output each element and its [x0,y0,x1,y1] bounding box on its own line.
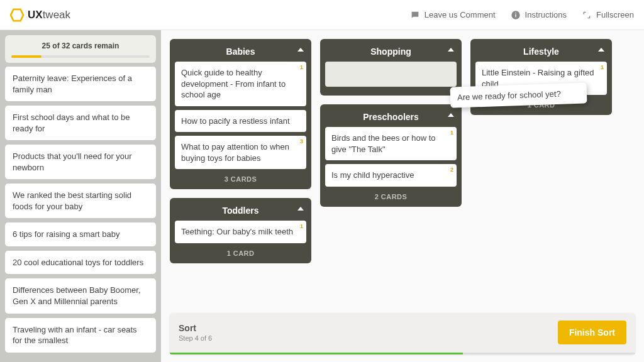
card-badge: 3 [300,138,303,145]
step-footer: Sort Step 4 of 6 Finish Sort [170,313,635,354]
sorted-card[interactable]: Birds and the bees or how to give "The T… [325,127,457,160]
leave-comment-button[interactable]: Leave us Comment [410,10,496,20]
svg-rect-2 [515,14,516,17]
unsorted-card[interactable]: Paternity leave: Experiences of a family… [5,67,156,101]
card-deck-sidebar: 25 of 32 cards remain Paternity leave: E… [0,30,161,362]
collapse-icon[interactable] [598,48,604,52]
category-title: Shopping [370,47,411,57]
fullscreen-icon [582,10,592,20]
category-title: Preschoolers [363,112,419,122]
sort-board: Babies Quick guide to healthy developmen… [161,30,644,362]
svg-marker-0 [11,9,23,20]
unsorted-card[interactable]: Products that you'll need for your newbo… [5,145,156,179]
comment-icon [410,10,420,20]
category-babies[interactable]: Babies Quick guide to healthy developmen… [170,39,311,189]
category-count: 1 CARD [175,247,306,258]
step-progress-fill [170,353,463,354]
step-progress-track [170,353,635,354]
finish-sort-button[interactable]: Finish Sort [558,321,626,344]
unsorted-card[interactable]: Differences between Baby Boomer, Gen X a… [5,278,156,313]
category-dropzone[interactable] [325,62,457,87]
instructions-button[interactable]: Instructions [511,10,567,20]
card-badge: 1 [300,222,303,230]
step-label: Step 4 of 6 [179,334,558,342]
brand-name-bold: UX [28,9,43,21]
category-preschoolers[interactable]: Preschoolers Birds and the bees or how t… [320,104,462,207]
unsorted-card[interactable]: Traveling with an infant - car seats for… [5,318,156,353]
sorted-card[interactable]: Is my child hyperactive2 [325,164,457,187]
leave-comment-label: Leave us Comment [425,10,496,19]
category-title: Toddlers [222,206,258,216]
svg-rect-3 [515,13,516,13]
unsorted-card[interactable]: 20 cool educational toys for toddlers [5,251,156,275]
card-badge: 2 [450,166,453,173]
progress-track [11,55,150,58]
collapse-icon[interactable] [448,113,454,117]
progress-fill [11,55,42,58]
fullscreen-label: Fullscreen [596,10,634,19]
brand-name-light: tweak [43,9,70,21]
brand-logo: UXtweak [10,8,70,22]
category-count: 3 CARDS [175,173,306,184]
unsorted-card[interactable]: 6 tips for raising a smart baby [5,222,156,246]
card-badge: 1 [601,63,604,71]
unsorted-card[interactable]: We ranked the best starting solid foods … [5,184,156,218]
unsorted-card[interactable]: First school days and what to be ready f… [5,106,156,140]
sorted-card[interactable]: Teething: Our baby's milk teeth1 [175,221,306,243]
category-count: 2 CARDS [325,190,457,202]
card-badge: 1 [450,129,453,136]
collapse-icon[interactable] [448,48,454,52]
category-title: Babies [226,47,255,57]
info-icon [511,10,521,20]
remaining-counter: 25 of 32 cards remain [5,35,156,63]
category-shopping[interactable]: Shopping [320,39,462,96]
instructions-label: Instructions [525,10,567,19]
remaining-count: 25 [42,41,50,50]
collapse-icon[interactable] [297,48,304,52]
sorted-card[interactable]: What to pay attention to when buying toy… [175,136,306,169]
collapse-icon[interactable] [297,207,304,211]
fullscreen-button[interactable]: Fullscreen [582,10,634,20]
category-toddlers[interactable]: Toddlers Teething: Our baby's milk teeth… [170,198,311,263]
step-title: Sort [179,323,558,333]
unsorted-card-list[interactable]: Paternity leave: Experiences of a family… [5,67,156,357]
hexagon-icon [10,8,24,22]
card-badge: 1 [300,63,303,71]
app-header: UXtweak Leave us Comment Instructions Fu… [0,0,644,30]
sorted-card[interactable]: Quick guide to healthy development - Fro… [175,62,306,106]
category-title: Lifestyle [523,47,559,57]
sorted-card[interactable]: How to pacify a restless infant [175,110,306,133]
remaining-total: 32 [62,41,70,50]
